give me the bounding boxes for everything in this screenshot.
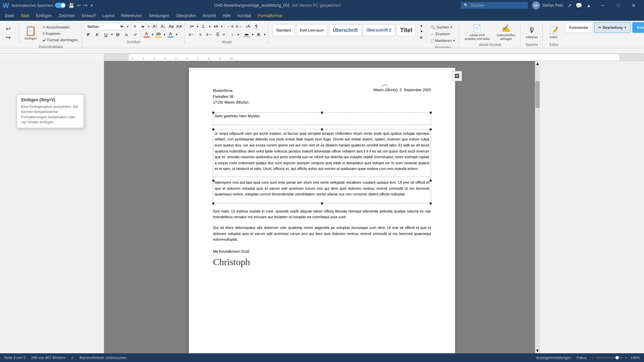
menu-referenzen[interactable]: Referenzen	[118, 12, 145, 19]
undo-button[interactable]: ↩	[4, 25, 12, 33]
zoom-percent[interactable]: 140%	[631, 356, 640, 360]
styles-expand[interactable]: ⊞	[419, 35, 424, 40]
decrease-font-button[interactable]: A↓	[160, 23, 166, 30]
para-shading-button[interactable]: ▬	[243, 31, 251, 38]
redo-button[interactable]: ↪	[4, 34, 12, 42]
find-button[interactable]: 🔍 Suchen ▼	[429, 24, 457, 30]
minimize-button[interactable]: ─	[595, 0, 610, 11]
bullets-dropdown[interactable]: ▼	[196, 25, 199, 28]
image-control[interactable]: 🖼	[452, 71, 462, 81]
pdf-button[interactable]: 📄 Adobe PDFerstellen und teilen	[462, 24, 493, 41]
handle-body-tr[interactable]	[430, 128, 432, 130]
shading-button[interactable]: A	[166, 31, 174, 38]
share-button[interactable]: Freigeben	[632, 22, 644, 33]
scrollbar-down-button[interactable]: ▼	[535, 348, 540, 353]
user-info[interactable]: SP Stefan Petri	[532, 1, 563, 9]
borders-dropdown[interactable]: ▼	[263, 33, 266, 36]
scrollbar-up-button[interactable]: ▲	[535, 61, 540, 66]
numbering-dropdown[interactable]: ▼	[208, 25, 211, 28]
handle-tc[interactable]	[321, 112, 323, 114]
menu-formatformat[interactable]: Formatformat	[255, 12, 285, 19]
comments-icon[interactable]: 💬	[576, 2, 582, 9]
zoom-slider[interactable]	[596, 357, 623, 358]
align-right-button[interactable]: ≡→	[205, 31, 213, 38]
handle-body-tl[interactable]	[212, 128, 214, 130]
comment-button[interactable]: Kommentar	[565, 22, 593, 33]
replace-button[interactable]: ↔ Ersetzen	[429, 31, 457, 37]
increase-font-button[interactable]: A↑	[152, 23, 158, 30]
search-input[interactable]	[471, 3, 525, 8]
clear-format-button[interactable]: A✕	[176, 23, 182, 30]
select-button[interactable]: ⬚ Markieren ▼	[429, 38, 457, 44]
handle-body-br[interactable]	[430, 202, 432, 204]
find-dropdown[interactable]: ▼	[450, 26, 453, 29]
font-name-select[interactable]: Barlow	[85, 23, 125, 30]
ribbon-icon[interactable]: ▲	[586, 3, 591, 8]
sort-button[interactable]: ↕A	[244, 23, 252, 30]
menu-acrobat[interactable]: Acrobat	[234, 12, 255, 19]
line-spacing-button[interactable]: ↕	[228, 31, 236, 38]
align-center-button[interactable]: ≡	[196, 31, 204, 38]
edit-mode-button[interactable]: ✏ Bearbeitung ▼	[594, 22, 631, 33]
menu-ansicht[interactable]: Ansicht	[199, 12, 219, 19]
editor-button[interactable]: 📝 Editor	[545, 24, 562, 41]
numbering-button[interactable]: 1.	[200, 23, 208, 30]
para-shading-dropdown[interactable]: ▼	[251, 33, 254, 36]
copy-button[interactable]: ⎘ Kopieren	[41, 31, 79, 37]
change-case-button[interactable]: Aa	[168, 23, 174, 30]
zoom-slider-thumb[interactable]	[615, 356, 619, 359]
save-icon[interactable]: 💾	[68, 3, 74, 8]
highlight-dropdown[interactable]: ▼	[163, 33, 166, 36]
bullets-button[interactable]: ≡•	[187, 23, 196, 30]
justify-button[interactable]: ☰	[214, 31, 222, 38]
search-box[interactable]: 🔍	[461, 2, 528, 9]
zoom-out-icon[interactable]: −	[592, 356, 594, 360]
styles-scroll-up[interactable]: ▲	[419, 23, 424, 28]
handle-body-bl[interactable]	[212, 202, 214, 204]
shading-dropdown[interactable]: ▼	[175, 33, 178, 36]
menu-zeichnen[interactable]: Zeichnen	[55, 12, 78, 19]
display-settings[interactable]: Anzeigeeinstellungen	[536, 356, 571, 360]
vertical-scrollbar[interactable]: ▲ ▼	[535, 61, 540, 353]
autosave-control[interactable]: Automatisches Speichern	[12, 3, 66, 8]
close-button[interactable]: ✕	[626, 0, 641, 11]
menu-ueberpruefen[interactable]: Überprüfen	[172, 12, 199, 19]
style-no-space[interactable]: Kein Leerraum	[296, 24, 328, 36]
line-spacing-dropdown[interactable]: ▼	[237, 33, 239, 36]
style-title[interactable]: Titel	[396, 24, 416, 36]
handle-body-tc[interactable]	[321, 128, 323, 130]
format-transfer-button[interactable]: 🖌 Format übertragen	[41, 37, 79, 43]
selection-box-greeting[interactable]: Sehr geehrter Herr Muster,	[213, 112, 431, 125]
share-icon[interactable]: ↗	[567, 2, 572, 9]
menu-einfuegen[interactable]: Einfügen	[33, 12, 55, 19]
show-marks-button[interactable]: ¶	[252, 23, 260, 30]
align-left-button[interactable]: ≡←	[187, 31, 196, 38]
cut-button[interactable]: ✂ Ausschneiden	[41, 24, 79, 30]
handle-mid-right[interactable]	[430, 180, 432, 182]
document-area[interactable]: 🖼 Musterfirma Parkallee 36 17192 Waren (…	[104, 61, 540, 353]
menu-layout[interactable]: Layout	[99, 12, 118, 19]
styles-scroll-down[interactable]: ▼	[419, 29, 424, 34]
font-size-select[interactable]: 9	[131, 23, 146, 30]
sign-button[interactable]: ✍ Unterschriftenanfragen	[494, 24, 518, 41]
menu-start[interactable]: Start	[17, 12, 33, 19]
multilevel-button[interactable]: ≡#	[212, 23, 220, 30]
select-dropdown[interactable]: ▼	[452, 39, 455, 42]
redo-quick-icon[interactable]: ↪	[84, 3, 88, 8]
dictate-button[interactable]: 🎙 Diktieren	[523, 24, 541, 41]
strikethrough-button[interactable]: D	[114, 31, 122, 38]
menu-sendungen[interactable]: Sendungen	[145, 12, 172, 19]
underline-button[interactable]: U	[102, 31, 110, 38]
font-color-button[interactable]: A	[143, 31, 151, 38]
menu-datei[interactable]: Datei	[1, 12, 17, 19]
restore-button[interactable]: □	[610, 0, 626, 11]
decrease-indent-button[interactable]: ←≡	[226, 23, 234, 30]
handle-body-bc[interactable]	[321, 202, 323, 204]
superscript-button[interactable]: x²	[131, 31, 140, 38]
increase-indent-button[interactable]: ≡→	[235, 23, 243, 30]
scrollbar-thumb[interactable]	[535, 81, 540, 108]
undo-quick-icon[interactable]: ↩	[77, 3, 81, 8]
italic-button[interactable]: K	[93, 31, 101, 38]
borders-button[interactable]: ⊞	[255, 31, 263, 38]
justify-dropdown[interactable]: ▼	[222, 33, 225, 36]
